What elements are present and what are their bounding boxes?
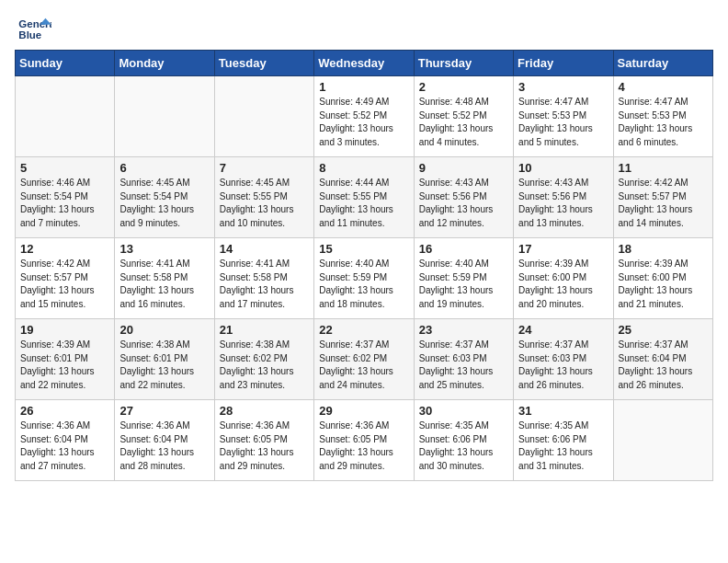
weekday-header: Friday <box>514 51 613 76</box>
calendar-header: SundayMondayTuesdayWednesdayThursdayFrid… <box>16 51 713 76</box>
day-number: 1 <box>319 80 408 94</box>
day-number: 29 <box>319 404 408 418</box>
day-info: Sunrise: 4:41 AM Sunset: 5:58 PM Dayligh… <box>119 258 209 311</box>
day-info: Sunrise: 4:39 AM Sunset: 6:00 PM Dayligh… <box>518 258 608 311</box>
weekday-header: Monday <box>115 51 214 76</box>
day-number: 18 <box>619 242 708 256</box>
calendar-cell: 4Sunrise: 4:47 AM Sunset: 5:53 PM Daylig… <box>613 76 712 157</box>
day-info: Sunrise: 4:40 AM Sunset: 5:59 PM Dayligh… <box>419 258 508 311</box>
day-info: Sunrise: 4:36 AM Sunset: 6:04 PM Dayligh… <box>20 419 109 473</box>
day-info: Sunrise: 4:37 AM Sunset: 6:02 PM Dayligh… <box>319 339 408 392</box>
weekday-header: Wednesday <box>314 51 414 76</box>
calendar-cell: 22Sunrise: 4:37 AM Sunset: 6:02 PM Dayli… <box>314 319 414 400</box>
calendar-cell: 25Sunrise: 4:37 AM Sunset: 6:04 PM Dayli… <box>613 319 712 400</box>
calendar-table: SundayMondayTuesdayWednesdayThursdayFrid… <box>15 50 713 481</box>
day-number: 15 <box>319 242 408 256</box>
day-info: Sunrise: 4:36 AM Sunset: 6:04 PM Dayligh… <box>119 419 209 473</box>
calendar-cell: 6Sunrise: 4:45 AM Sunset: 5:54 PM Daylig… <box>115 157 214 238</box>
day-number: 25 <box>619 323 708 337</box>
day-info: Sunrise: 4:39 AM Sunset: 6:01 PM Dayligh… <box>20 339 109 392</box>
day-number: 19 <box>20 323 109 337</box>
day-number: 22 <box>319 323 408 337</box>
calendar-cell <box>16 76 115 157</box>
calendar-cell: 11Sunrise: 4:42 AM Sunset: 5:57 PM Dayli… <box>613 157 712 238</box>
calendar-cell: 5Sunrise: 4:46 AM Sunset: 5:54 PM Daylig… <box>16 157 115 238</box>
day-info: Sunrise: 4:42 AM Sunset: 5:57 PM Dayligh… <box>20 258 109 311</box>
calendar-cell: 14Sunrise: 4:41 AM Sunset: 5:58 PM Dayli… <box>214 238 313 319</box>
day-info: Sunrise: 4:45 AM Sunset: 5:55 PM Dayligh… <box>220 177 309 230</box>
day-info: Sunrise: 4:41 AM Sunset: 5:58 PM Dayligh… <box>220 258 309 311</box>
day-info: Sunrise: 4:45 AM Sunset: 5:54 PM Dayligh… <box>119 177 209 230</box>
logo-icon: GeneralBlue <box>18 17 51 44</box>
calendar-cell: 1Sunrise: 4:49 AM Sunset: 5:52 PM Daylig… <box>314 76 414 157</box>
calendar-cell: 16Sunrise: 4:40 AM Sunset: 5:59 PM Dayli… <box>414 238 513 319</box>
calendar-cell: 28Sunrise: 4:36 AM Sunset: 6:05 PM Dayli… <box>214 400 313 481</box>
day-number: 7 <box>220 161 309 175</box>
weekday-header: Sunday <box>16 51 115 76</box>
day-number: 4 <box>619 80 708 94</box>
day-number: 27 <box>119 404 209 418</box>
calendar-cell: 9Sunrise: 4:43 AM Sunset: 5:56 PM Daylig… <box>414 157 513 238</box>
day-number: 17 <box>518 242 608 256</box>
day-number: 2 <box>419 80 508 94</box>
day-info: Sunrise: 4:36 AM Sunset: 6:05 PM Dayligh… <box>319 419 408 473</box>
calendar-cell: 8Sunrise: 4:44 AM Sunset: 5:55 PM Daylig… <box>314 157 414 238</box>
calendar-cell: 27Sunrise: 4:36 AM Sunset: 6:04 PM Dayli… <box>115 400 214 481</box>
day-number: 14 <box>220 242 309 256</box>
day-info: Sunrise: 4:35 AM Sunset: 6:06 PM Dayligh… <box>518 419 608 473</box>
day-number: 8 <box>319 161 408 175</box>
day-number: 21 <box>220 323 309 337</box>
day-number: 26 <box>20 404 109 418</box>
day-info: Sunrise: 4:49 AM Sunset: 5:52 PM Dayligh… <box>319 96 408 149</box>
calendar-cell: 31Sunrise: 4:35 AM Sunset: 6:06 PM Dayli… <box>514 400 613 481</box>
day-info: Sunrise: 4:36 AM Sunset: 6:05 PM Dayligh… <box>220 419 309 473</box>
svg-text:Blue: Blue <box>18 29 41 40</box>
weekday-header: Thursday <box>414 51 513 76</box>
day-number: 6 <box>119 161 209 175</box>
day-info: Sunrise: 4:47 AM Sunset: 5:53 PM Dayligh… <box>518 96 608 149</box>
day-number: 5 <box>20 161 109 175</box>
day-number: 31 <box>518 404 608 418</box>
day-info: Sunrise: 4:37 AM Sunset: 6:04 PM Dayligh… <box>619 339 708 392</box>
day-info: Sunrise: 4:42 AM Sunset: 5:57 PM Dayligh… <box>619 177 708 230</box>
day-info: Sunrise: 4:47 AM Sunset: 5:53 PM Dayligh… <box>619 96 708 149</box>
calendar-cell <box>115 76 214 157</box>
day-info: Sunrise: 4:43 AM Sunset: 5:56 PM Dayligh… <box>419 177 508 230</box>
day-info: Sunrise: 4:48 AM Sunset: 5:52 PM Dayligh… <box>419 96 508 149</box>
day-number: 10 <box>518 161 608 175</box>
day-number: 9 <box>419 161 508 175</box>
weekday-header: Tuesday <box>214 51 313 76</box>
logo: GeneralBlue <box>18 17 51 44</box>
calendar-week-row: 19Sunrise: 4:39 AM Sunset: 6:01 PM Dayli… <box>16 319 713 400</box>
calendar-cell: 24Sunrise: 4:37 AM Sunset: 6:03 PM Dayli… <box>514 319 613 400</box>
day-number: 11 <box>619 161 708 175</box>
calendar-body: 1Sunrise: 4:49 AM Sunset: 5:52 PM Daylig… <box>16 76 713 481</box>
calendar-cell <box>214 76 313 157</box>
calendar-cell <box>613 400 712 481</box>
page-header: GeneralBlue <box>9 9 719 50</box>
calendar-cell: 21Sunrise: 4:38 AM Sunset: 6:02 PM Dayli… <box>214 319 313 400</box>
day-info: Sunrise: 4:40 AM Sunset: 5:59 PM Dayligh… <box>319 258 408 311</box>
weekday-header: Saturday <box>613 51 712 76</box>
day-number: 23 <box>419 323 508 337</box>
day-info: Sunrise: 4:37 AM Sunset: 6:03 PM Dayligh… <box>518 339 608 392</box>
day-info: Sunrise: 4:46 AM Sunset: 5:54 PM Dayligh… <box>20 177 109 230</box>
calendar-cell: 12Sunrise: 4:42 AM Sunset: 5:57 PM Dayli… <box>16 238 115 319</box>
day-number: 30 <box>419 404 508 418</box>
calendar-week-row: 12Sunrise: 4:42 AM Sunset: 5:57 PM Dayli… <box>16 238 713 319</box>
calendar-cell: 20Sunrise: 4:38 AM Sunset: 6:01 PM Dayli… <box>115 319 214 400</box>
day-number: 28 <box>220 404 309 418</box>
calendar-cell: 19Sunrise: 4:39 AM Sunset: 6:01 PM Dayli… <box>16 319 115 400</box>
calendar-cell: 26Sunrise: 4:36 AM Sunset: 6:04 PM Dayli… <box>16 400 115 481</box>
day-info: Sunrise: 4:35 AM Sunset: 6:06 PM Dayligh… <box>419 419 508 473</box>
day-info: Sunrise: 4:44 AM Sunset: 5:55 PM Dayligh… <box>319 177 408 230</box>
day-number: 24 <box>518 323 608 337</box>
calendar-week-row: 1Sunrise: 4:49 AM Sunset: 5:52 PM Daylig… <box>16 76 713 157</box>
calendar-cell: 3Sunrise: 4:47 AM Sunset: 5:53 PM Daylig… <box>514 76 613 157</box>
calendar-cell: 30Sunrise: 4:35 AM Sunset: 6:06 PM Dayli… <box>414 400 513 481</box>
day-info: Sunrise: 4:37 AM Sunset: 6:03 PM Dayligh… <box>419 339 508 392</box>
calendar-cell: 29Sunrise: 4:36 AM Sunset: 6:05 PM Dayli… <box>314 400 414 481</box>
day-info: Sunrise: 4:38 AM Sunset: 6:02 PM Dayligh… <box>220 339 309 392</box>
day-number: 20 <box>119 323 209 337</box>
calendar-cell: 13Sunrise: 4:41 AM Sunset: 5:58 PM Dayli… <box>115 238 214 319</box>
